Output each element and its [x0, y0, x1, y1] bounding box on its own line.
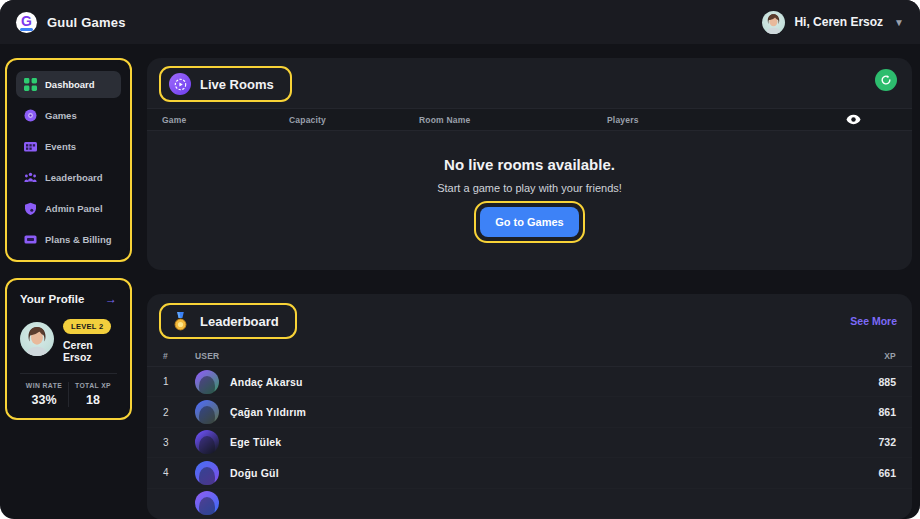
leaderboard-title: Leaderboard [200, 314, 279, 329]
billing-card-icon [24, 233, 37, 246]
live-rooms-panel: Live Rooms Game Capacity Room Name Playe… [147, 58, 912, 270]
user-menu[interactable]: Hi, Ceren Ersoz ▼ [762, 11, 904, 34]
sidebar-item-dashboard[interactable]: Dashboard [16, 71, 121, 98]
row-avatar [195, 430, 219, 454]
brand: G Guul Games [16, 12, 126, 33]
sidebar-item-events[interactable]: Events [16, 133, 121, 160]
sidebar-item-label: Admin Panel [45, 203, 103, 214]
total-xp-stat: TOTAL XP 18 [68, 382, 117, 407]
events-icon [24, 140, 37, 153]
leaderboard-annotation-box: Leaderboard [159, 303, 297, 339]
win-rate-stat: WIN RATE 33% [20, 382, 68, 407]
live-rooms-title: Live Rooms [200, 77, 274, 92]
leaderboard-table-header: # USER XP [147, 346, 912, 367]
profile-name: Ceren Ersoz [63, 339, 117, 363]
live-rooms-empty-state: No live rooms available. Start a game to… [147, 156, 912, 243]
leaderboard-panel: Leaderboard See More # USER XP 1 Andaç A… [147, 294, 912, 519]
row-rank: 3 [163, 437, 195, 448]
profile-annotation-box: Your Profile → LEVEL 2 Ceren Ersoz [5, 278, 132, 420]
sidebar-item-label: Events [45, 141, 76, 152]
sidebar-item-label: Plans & Billing [45, 234, 112, 245]
leaderboard-row[interactable]: 3 Ege Tülek 732 [147, 428, 912, 458]
row-rank: 2 [163, 407, 195, 418]
row-username: Ege Tülek [230, 436, 281, 448]
row-username: Çağan Yıldırım [230, 406, 306, 418]
row-xp: 885 [878, 376, 896, 388]
profile-arrow-icon[interactable]: → [105, 292, 117, 306]
sidebar-item-leaderboard[interactable]: Leaderboard [16, 164, 121, 191]
col-xp: XP [884, 351, 896, 361]
row-avatar [195, 491, 219, 515]
profile-card: Your Profile → LEVEL 2 Ceren Ersoz [9, 282, 128, 416]
left-column: Dashboard Games Events Leaderboard [5, 58, 132, 519]
sidebar-annotation-box: Dashboard Games Events Leaderboard [5, 58, 132, 262]
col-rank: # [163, 351, 195, 361]
games-icon [24, 109, 37, 122]
user-greeting: Hi, Ceren Ersoz [794, 15, 883, 29]
leaderboard-row[interactable]: 2 Çağan Yıldırım 861 [147, 397, 912, 427]
live-rooms-annotation-box: Live Rooms [159, 66, 292, 102]
leaderboard-row-partial[interactable] [147, 489, 912, 519]
empty-title: No live rooms available. [444, 156, 615, 173]
user-avatar [762, 11, 785, 34]
row-username: Andaç Akarsu [230, 376, 303, 388]
col-user: USER [195, 351, 884, 361]
leaderboard-row[interactable]: 4 Doğu Gül 661 [147, 458, 912, 488]
app-window: G Guul Games Hi, Ceren Ersoz ▼ Dashboard [0, 0, 920, 519]
medal-icon [169, 310, 191, 332]
profile-card-title: Your Profile [20, 293, 84, 305]
col-players: Players [607, 115, 846, 125]
app-title: Guul Games [47, 15, 126, 30]
admin-shield-icon [24, 202, 37, 215]
eye-icon[interactable] [846, 114, 861, 125]
sidebar-item-label: Games [45, 110, 77, 121]
row-xp: 732 [878, 436, 896, 448]
row-xp: 861 [878, 406, 896, 418]
row-avatar [195, 461, 219, 485]
row-rank: 1 [163, 376, 195, 387]
sidebar-item-label: Leaderboard [45, 172, 103, 183]
live-rooms-table-header: Game Capacity Room Name Players [147, 108, 912, 131]
level-badge: LEVEL 2 [63, 319, 111, 334]
leaderboard-row[interactable]: 1 Andaç Akarsu 885 [147, 367, 912, 397]
row-avatar [195, 370, 219, 394]
go-to-games-button[interactable]: Go to Games [480, 207, 578, 237]
cta-annotation-box: Go to Games [474, 201, 584, 243]
top-header: G Guul Games Hi, Ceren Ersoz ▼ [0, 0, 920, 44]
col-game: Game [162, 115, 289, 125]
sidebar-item-admin-panel[interactable]: Admin Panel [16, 195, 121, 222]
total-xp-label: TOTAL XP [75, 382, 111, 389]
sidebar-nav: Dashboard Games Events Leaderboard [9, 62, 128, 258]
leaderboard-people-icon [24, 171, 37, 184]
row-xp: 661 [878, 467, 896, 479]
guul-logo-icon: G [16, 12, 37, 33]
row-rank: 4 [163, 467, 195, 478]
row-username: Doğu Gül [230, 467, 279, 479]
live-rooms-icon [169, 73, 191, 95]
sidebar-item-label: Dashboard [45, 79, 95, 90]
sidebar-item-plans-billing[interactable]: Plans & Billing [16, 226, 121, 253]
win-rate-label: WIN RATE [26, 382, 62, 389]
chevron-down-icon[interactable]: ▼ [894, 17, 904, 28]
col-capacity: Capacity [289, 115, 419, 125]
content-area: Dashboard Games Events Leaderboard [0, 44, 920, 519]
win-rate-value: 33% [31, 393, 56, 407]
see-more-link[interactable]: See More [850, 315, 897, 327]
empty-subtitle: Start a game to play with your friends! [437, 182, 622, 194]
total-xp-value: 18 [86, 393, 100, 407]
sidebar-item-games[interactable]: Games [16, 102, 121, 129]
main-column: Live Rooms Game Capacity Room Name Playe… [147, 58, 912, 519]
row-avatar [195, 400, 219, 424]
refresh-button[interactable] [875, 69, 897, 91]
profile-avatar [20, 322, 54, 356]
col-room-name: Room Name [419, 115, 607, 125]
dashboard-grid-icon [24, 78, 37, 91]
